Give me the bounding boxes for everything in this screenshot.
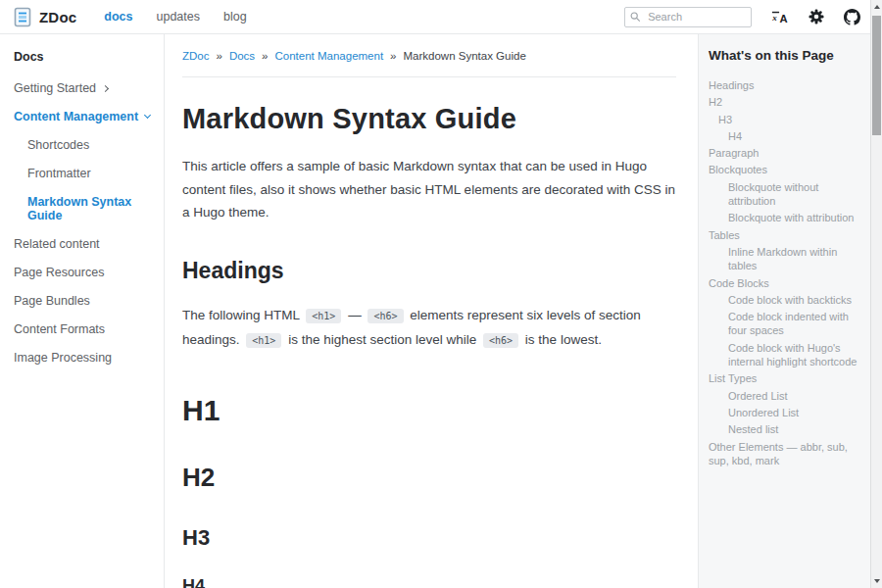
sample-heading-h2: H2 bbox=[182, 463, 676, 493]
sidebar-item-label: Frontmatter bbox=[27, 167, 91, 180]
content-row: Docs Getting StartedContent ManagementSh… bbox=[0, 34, 870, 588]
sidebar-title: Docs bbox=[14, 50, 156, 64]
sidebar-item-label: Getting Started bbox=[14, 81, 96, 95]
breadcrumb-item-zdoc[interactable]: ZDoc bbox=[182, 50, 209, 62]
sample-heading-h4: H4 bbox=[182, 576, 676, 588]
breadcrumb-item-markdown-syntax-guide: Markdown Syntax Guide bbox=[404, 50, 526, 62]
breadcrumb-separator: » bbox=[216, 50, 221, 62]
sidebar-item-label: Page Resources bbox=[14, 266, 104, 279]
sidebar-item-label: Content Management bbox=[14, 110, 138, 123]
breadcrumb-item-content-management[interactable]: Content Management bbox=[275, 50, 384, 62]
top-navbar: ZDoc docsupdatesblog x A bbox=[0, 0, 870, 34]
toc-item-nested-list[interactable]: Nested list bbox=[709, 422, 862, 436]
chevron-down-icon bbox=[144, 112, 151, 119]
nav-link-blog[interactable]: blog bbox=[223, 10, 247, 24]
sidebar-item-related-content[interactable]: Related content bbox=[14, 237, 156, 251]
heading-samples: H1H2H3H4H5H6 bbox=[182, 394, 676, 588]
text-run: is the lowest. bbox=[521, 332, 602, 347]
inline-code: <h1> bbox=[246, 333, 281, 348]
toc-item-h2[interactable]: H2 bbox=[709, 95, 862, 109]
translate-icon[interactable]: x A bbox=[771, 10, 789, 24]
sidebar-item-page-resources[interactable]: Page Resources bbox=[14, 266, 156, 279]
toc-list: HeadingsH2H3H4ParagraphBlockquotesBlockq… bbox=[709, 78, 862, 467]
divider bbox=[182, 76, 676, 77]
sidebar-item-label: Markdown Syntax Guide bbox=[27, 195, 156, 222]
toc-item-code-blocks[interactable]: Code Blocks bbox=[709, 276, 862, 290]
toc-item-code-block-with-hugo-s-internal-highlight-shortcode[interactable]: Code block with Hugo's internal highligh… bbox=[709, 341, 862, 369]
page: ZDoc docsupdatesblog x A bbox=[0, 0, 870, 588]
sidebar-item-label: Image Processing bbox=[14, 351, 112, 365]
scrollbar-up-arrow[interactable] bbox=[871, 0, 882, 14]
gear-icon[interactable] bbox=[808, 9, 824, 24]
toc-item-headings[interactable]: Headings bbox=[709, 78, 862, 92]
toc-item-list-types[interactable]: List Types bbox=[709, 371, 862, 385]
sidebar-nav: Getting StartedContent ManagementShortco… bbox=[14, 81, 156, 365]
breadcrumb: ZDoc»Docs»Content Management»Markdown Sy… bbox=[182, 34, 676, 62]
toc-item-tables[interactable]: Tables bbox=[709, 228, 862, 242]
sidebar-item-label: Content Formats bbox=[14, 322, 105, 336]
scrollbar[interactable] bbox=[870, 0, 882, 588]
app-window: ZDoc docsupdatesblog x A bbox=[0, 0, 882, 588]
sidebar-item-markdown-syntax-guide[interactable]: Markdown Syntax Guide bbox=[27, 195, 156, 222]
section-title-headings: Headings bbox=[182, 258, 676, 284]
breadcrumb-separator: » bbox=[262, 50, 268, 62]
svg-text:x: x bbox=[771, 13, 777, 23]
breadcrumb-separator: » bbox=[390, 50, 396, 62]
inline-code: <h6> bbox=[483, 333, 518, 348]
toc-item-blockquote-without-attribution[interactable]: Blockquote without attribution bbox=[709, 180, 862, 209]
sidebar-item-getting-started[interactable]: Getting Started bbox=[14, 81, 156, 95]
toc-title: What's on this Page bbox=[709, 48, 862, 63]
toc-item-code-block-indented-with-four-spaces[interactable]: Code block indented with four spaces bbox=[709, 310, 862, 338]
inline-code: <h1> bbox=[306, 309, 341, 323]
sidebar-item-label: Related content bbox=[14, 237, 100, 251]
headings-paragraph: The following HTML <h1> — <h6> elements … bbox=[182, 304, 676, 353]
triangle-down-icon bbox=[874, 579, 880, 583]
toc-item-h3[interactable]: H3 bbox=[709, 113, 862, 126]
search-box[interactable] bbox=[624, 7, 752, 27]
toc-item-other-elements-abbr-sub-sup-kbd-mark[interactable]: Other Elements — abbr, sub, sup, kbd, ma… bbox=[709, 440, 862, 468]
search-icon bbox=[630, 11, 641, 24]
nav-link-updates[interactable]: updates bbox=[157, 10, 200, 24]
intro-paragraph: This article offers a sample of basic Ma… bbox=[182, 155, 676, 224]
chevron-right-icon bbox=[102, 84, 109, 91]
toc-item-inline-markdown-within-tables[interactable]: Inline Markdown within tables bbox=[709, 245, 862, 273]
svg-text:A: A bbox=[780, 12, 788, 24]
nav-links: docsupdatesblog bbox=[104, 10, 270, 24]
sidebar-item-content-formats[interactable]: Content Formats bbox=[14, 322, 156, 336]
nav-link-docs[interactable]: docs bbox=[104, 10, 132, 24]
text-run: — bbox=[344, 308, 365, 322]
toc-item-paragraph[interactable]: Paragraph bbox=[709, 146, 862, 160]
sidebar-item-page-bundles[interactable]: Page Bundles bbox=[14, 294, 156, 308]
sidebar-item-label: Shortcodes bbox=[27, 138, 89, 152]
toc-item-h4[interactable]: H4 bbox=[709, 129, 862, 143]
text-run: is the highest section level while bbox=[284, 332, 480, 347]
toc-item-unordered-list[interactable]: Unordered List bbox=[709, 406, 862, 419]
scrollbar-down-arrow[interactable] bbox=[871, 574, 882, 588]
sample-heading-h1: H1 bbox=[182, 394, 676, 427]
navbar-right: x A bbox=[624, 7, 860, 27]
page-title: Markdown Syntax Guide bbox=[182, 103, 676, 135]
toc-item-ordered-list[interactable]: Ordered List bbox=[709, 389, 862, 403]
toc-item-blockquotes[interactable]: Blockquotes bbox=[709, 163, 862, 176]
sidebar-item-shortcodes[interactable]: Shortcodes bbox=[27, 138, 156, 152]
scrollbar-thumb[interactable] bbox=[872, 16, 881, 135]
sidebar-item-image-processing[interactable]: Image Processing bbox=[14, 351, 156, 365]
sidebar-item-label: Page Bundles bbox=[14, 294, 90, 308]
sidebar-item-frontmatter[interactable]: Frontmatter bbox=[27, 167, 156, 180]
search-input[interactable] bbox=[646, 10, 746, 24]
main-content: ZDoc»Docs»Content Management»Markdown Sy… bbox=[165, 34, 698, 588]
left-sidebar: Docs Getting StartedContent ManagementSh… bbox=[0, 34, 165, 588]
toc-item-blockquote-with-attribution[interactable]: Blockquote with attribution bbox=[709, 211, 862, 224]
brand-name: ZDoc bbox=[39, 9, 76, 25]
brand-link[interactable]: ZDoc bbox=[14, 7, 76, 27]
toc-item-code-block-with-backticks[interactable]: Code block with backticks bbox=[709, 293, 862, 307]
toc-sidebar: What's on this Page HeadingsH2H3H4Paragr… bbox=[698, 34, 870, 588]
sidebar-item-content-management[interactable]: Content Management bbox=[14, 110, 156, 123]
inline-code: <h6> bbox=[368, 309, 403, 323]
text-run: The following HTML bbox=[182, 308, 303, 322]
github-icon[interactable] bbox=[844, 9, 860, 25]
sample-heading-h3: H3 bbox=[182, 525, 676, 551]
breadcrumb-item-docs[interactable]: Docs bbox=[229, 50, 255, 62]
logo-document-icon bbox=[14, 7, 31, 27]
triangle-up-icon bbox=[874, 5, 880, 9]
